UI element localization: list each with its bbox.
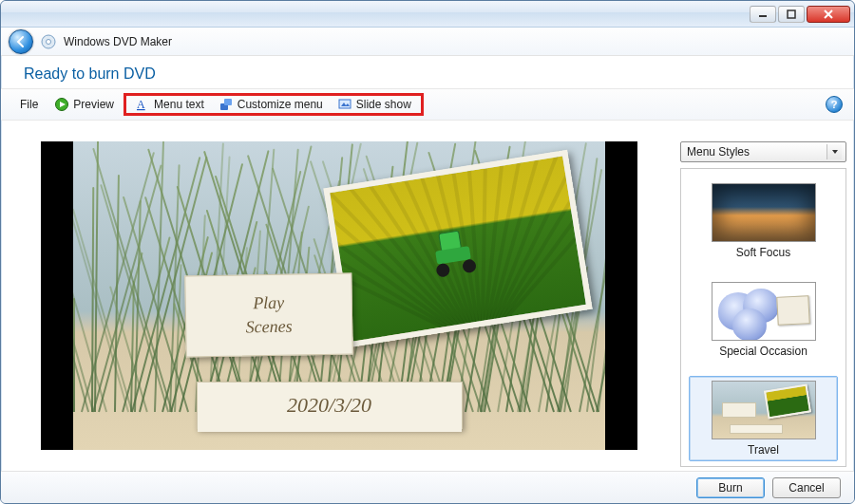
main-area: Play Scenes 2020/3/20 Menu Styles xyxy=(9,141,846,467)
burn-button[interactable]: Burn xyxy=(696,477,765,498)
style-thumb-special-occasion xyxy=(712,282,816,341)
menu-text-button[interactable]: A Menu text xyxy=(128,96,212,113)
menu-text-label: Menu text xyxy=(154,98,204,111)
slide-show-button[interactable]: Slide show xyxy=(331,96,419,113)
style-item-soft-focus[interactable]: Soft Focus xyxy=(689,178,838,264)
app-title: Windows DVD Maker xyxy=(64,35,172,48)
svg-rect-1 xyxy=(788,10,795,18)
customize-icon xyxy=(219,98,233,111)
menu-date-card: 2020/3/20 xyxy=(197,382,463,429)
help-button[interactable]: ? xyxy=(826,96,843,113)
style-label-soft-focus: Soft Focus xyxy=(694,246,833,259)
maximize-button[interactable] xyxy=(778,6,805,23)
toolbar: File Preview A Menu text Customize menu xyxy=(1,88,854,121)
app-window: Windows DVD Maker Ready to burn DVD File… xyxy=(0,0,855,504)
back-arrow-icon xyxy=(14,35,28,48)
style-item-special-occasion[interactable]: Special Occasion xyxy=(689,277,838,363)
style-label-travel: Travel xyxy=(694,443,833,457)
styles-list[interactable]: Soft Focus Special Occasion Travel xyxy=(680,168,846,467)
footer: Burn Cancel xyxy=(1,471,854,503)
svg-point-3 xyxy=(47,39,51,44)
minimize-icon xyxy=(758,9,768,19)
customize-menu-button[interactable]: Customize menu xyxy=(212,96,331,113)
styles-sidebar: Menu Styles Soft Focus Special Occasion xyxy=(680,141,846,467)
dvd-menu-preview: Play Scenes 2020/3/20 xyxy=(73,141,605,450)
preview-stage-wrap: Play Scenes 2020/3/20 xyxy=(9,141,669,467)
menu-items-card: Play Scenes xyxy=(184,272,352,357)
style-thumb-soft-focus xyxy=(712,183,816,242)
preview-button[interactable]: Preview xyxy=(48,96,122,113)
style-item-travel[interactable]: Travel xyxy=(689,376,838,461)
chevron-down-icon xyxy=(826,144,842,159)
menu-date-text: 2020/3/20 xyxy=(287,393,371,418)
slideshow-icon xyxy=(338,98,352,111)
menu-item-play[interactable]: Play xyxy=(253,293,284,314)
menu-item-scenes[interactable]: Scenes xyxy=(245,317,292,338)
preview-stage: Play Scenes 2020/3/20 xyxy=(41,141,637,450)
help-icon: ? xyxy=(831,99,838,110)
minimize-button[interactable] xyxy=(750,6,776,23)
back-button[interactable] xyxy=(9,29,33,54)
preview-label: Preview xyxy=(73,98,114,111)
customize-menu-label: Customize menu xyxy=(238,98,323,111)
nav-row: Windows DVD Maker xyxy=(1,28,854,56)
close-icon xyxy=(823,9,834,19)
play-icon xyxy=(55,98,68,111)
style-label-special-occasion: Special Occasion xyxy=(694,345,833,358)
annotation-highlight: A Menu text Customize menu Slide show xyxy=(124,93,424,116)
menu-styles-dropdown[interactable]: Menu Styles xyxy=(680,141,846,162)
file-label: File xyxy=(20,98,38,111)
page-headline: Ready to burn DVD xyxy=(1,56,854,88)
style-thumb-travel xyxy=(712,381,816,439)
tractor-graphic xyxy=(428,228,479,278)
slide-show-label: Slide show xyxy=(356,98,411,111)
svg-rect-7 xyxy=(224,99,232,105)
svg-text:A: A xyxy=(137,98,145,111)
maximize-icon xyxy=(787,9,796,19)
cancel-button[interactable]: Cancel xyxy=(772,477,841,498)
menu-styles-label: Menu Styles xyxy=(687,145,750,159)
file-menu[interactable]: File xyxy=(12,96,46,113)
close-button[interactable] xyxy=(807,6,850,23)
title-bar xyxy=(1,1,854,28)
app-icon xyxy=(41,34,56,49)
text-icon: A xyxy=(136,98,149,111)
